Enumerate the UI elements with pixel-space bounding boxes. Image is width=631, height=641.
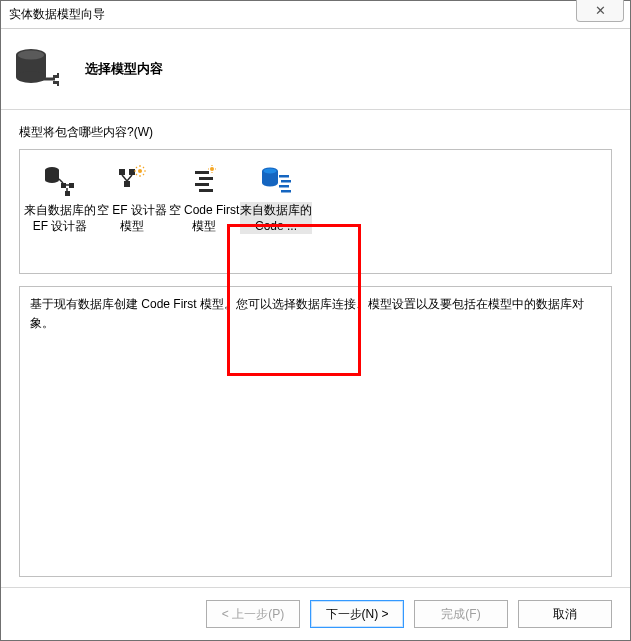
description-text: 基于现有数据库创建 Code First 模型。您可以选择数据库连接、模型设置以… — [30, 297, 584, 330]
option-label: 来自数据库的 EF 设计器 — [24, 202, 96, 234]
svg-rect-5 — [53, 81, 57, 84]
button-label: < 上一步(P) — [222, 606, 284, 623]
content-area: 模型将包含哪些内容?(W) 来自数据库的 EF 设计器 — [1, 109, 630, 588]
prev-button: < 上一步(P) — [206, 600, 300, 628]
svg-rect-14 — [119, 169, 125, 175]
option-empty-ef-designer[interactable]: 空 EF 设计器模型 — [96, 162, 168, 236]
option-label: 空 Code First 模型 — [168, 202, 240, 234]
section-label: 模型将包含哪些内容?(W) — [19, 124, 612, 141]
svg-rect-4 — [53, 75, 57, 78]
svg-rect-30 — [281, 190, 291, 193]
svg-rect-7 — [57, 81, 59, 86]
option-ef-designer-from-db[interactable]: 来自数据库的 EF 设计器 — [24, 162, 96, 236]
description-box: 基于现有数据库创建 Code First 模型。您可以选择数据库连接、模型设置以… — [19, 286, 612, 577]
close-button[interactable]: ✕ — [576, 0, 624, 22]
model-options-list: 来自数据库的 EF 设计器 空 EF 设计器模型 — [19, 149, 612, 274]
svg-rect-28 — [281, 180, 291, 183]
svg-point-2 — [16, 71, 46, 83]
window-title: 实体数据模型向导 — [9, 6, 105, 23]
svg-rect-6 — [57, 73, 59, 78]
svg-point-10 — [45, 177, 59, 183]
svg-point-25 — [262, 180, 278, 187]
svg-rect-19 — [199, 177, 213, 180]
svg-point-3 — [18, 51, 44, 60]
svg-rect-21 — [199, 189, 213, 192]
empty-code-first-icon — [186, 164, 222, 198]
button-label: 完成(F) — [441, 606, 480, 623]
next-button[interactable]: 下一步(N) > — [310, 600, 404, 628]
option-label: 空 EF 设计器模型 — [96, 202, 168, 234]
header-title: 选择模型内容 — [85, 60, 163, 78]
close-icon: ✕ — [595, 3, 606, 18]
titlebar: 实体数据模型向导 ✕ — [1, 1, 630, 29]
svg-point-17 — [138, 169, 142, 173]
svg-rect-12 — [69, 183, 74, 188]
wizard-header: 选择模型内容 — [1, 29, 630, 109]
svg-point-22 — [210, 167, 214, 171]
database-designer-icon — [42, 164, 78, 198]
database-code-first-icon — [258, 164, 294, 198]
wizard-window: 实体数据模型向导 ✕ 选择模型内容 模型将包含哪些内容?(W) — [0, 0, 631, 641]
svg-rect-13 — [65, 191, 70, 196]
option-label: 来自数据库的 Code ... — [240, 202, 312, 234]
svg-rect-15 — [129, 169, 135, 175]
svg-rect-27 — [279, 175, 289, 178]
empty-designer-icon — [114, 164, 150, 198]
button-label: 取消 — [553, 606, 577, 623]
wizard-footer: < 上一步(P) 下一步(N) > 完成(F) 取消 — [1, 588, 630, 640]
option-empty-code-first[interactable]: 空 Code First 模型 — [168, 162, 240, 236]
button-label: 下一步(N) > — [326, 606, 389, 623]
database-wizard-icon — [13, 45, 65, 93]
svg-rect-20 — [195, 183, 209, 186]
svg-rect-29 — [279, 185, 289, 188]
finish-button: 完成(F) — [414, 600, 508, 628]
svg-rect-16 — [124, 181, 130, 187]
option-code-first-from-db[interactable]: 来自数据库的 Code ... — [240, 162, 312, 236]
cancel-button[interactable]: 取消 — [518, 600, 612, 628]
svg-point-26 — [264, 169, 277, 174]
svg-rect-18 — [195, 171, 209, 174]
